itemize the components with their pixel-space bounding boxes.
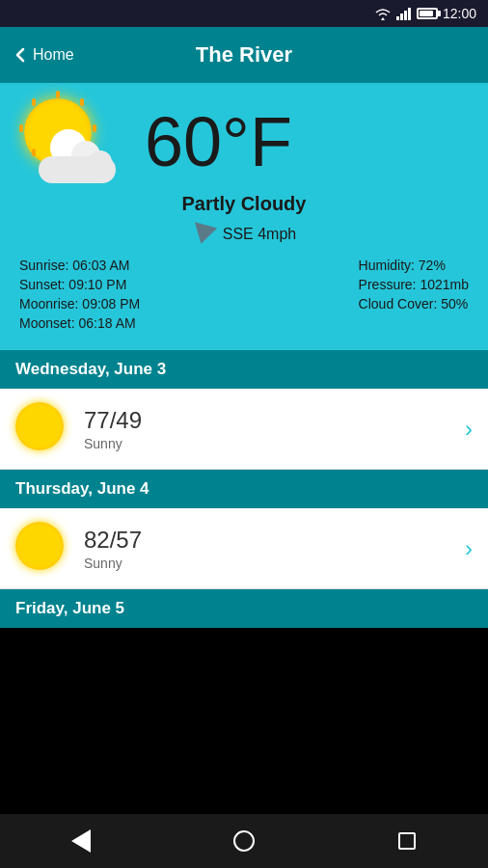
recents-nav-button[interactable]: [378, 822, 436, 860]
status-time: 12:00: [443, 6, 476, 21]
back-button[interactable]: Home: [15, 46, 74, 64]
wifi-icon: [374, 7, 392, 20]
battery-icon: [417, 8, 438, 19]
weather-icon: [19, 98, 135, 185]
wednesday-forecast-info: 77/49 Sunny: [84, 407, 142, 451]
wednesday-condition: Sunny: [84, 436, 142, 451]
svg-rect-3: [408, 8, 411, 20]
svg-rect-2: [404, 11, 407, 20]
thursday-sun-icon: [15, 522, 64, 570]
wednesday-sun-icon: [15, 402, 64, 450]
sunrise: Sunrise: 06:03 AM: [19, 258, 140, 273]
thursday-forecast-icon: [15, 522, 68, 575]
thursday-forecast-row[interactable]: 82/57 Sunny ›: [0, 508, 488, 589]
details-col-left: Sunrise: 06:03 AM Sunset: 09:10 PM Moonr…: [19, 258, 140, 331]
status-bar: 12:00: [0, 0, 488, 27]
page-title: The River: [196, 42, 292, 68]
weather-details: Sunrise: 06:03 AM Sunset: 09:10 PM Moonr…: [19, 258, 469, 331]
back-icon: [15, 47, 25, 63]
wednesday-label: Wednesday, June 3: [15, 360, 166, 378]
humidity: Humidity: 72%: [359, 258, 469, 273]
home-nav-icon: [233, 830, 255, 852]
wednesday-chevron-icon: ›: [465, 416, 473, 443]
svg-rect-0: [396, 16, 399, 20]
wind-arrow-icon: [190, 222, 217, 247]
back-label: Home: [33, 46, 74, 64]
top-nav: Home The River: [0, 27, 488, 83]
weather-top: 60°F: [19, 98, 469, 185]
details-col-right: Humidity: 72% Pressure: 1021mb Cloud Cov…: [359, 258, 469, 331]
wind-text: SSE 4mph: [223, 226, 296, 243]
status-icons: 12:00: [374, 6, 476, 21]
wednesday-forecast-icon: [15, 402, 68, 455]
thursday-chevron-icon: ›: [465, 535, 473, 562]
pressure: Pressure: 1021mb: [359, 277, 469, 292]
weather-section: 60°F Partly Cloudy SSE 4mph Sunrise: 06:…: [0, 83, 488, 350]
wednesday-forecast-row[interactable]: 77/49 Sunny ›: [0, 389, 488, 470]
home-nav-button[interactable]: [215, 822, 273, 860]
moonset: Moonset: 06:18 AM: [19, 315, 140, 331]
thursday-temp: 82/57: [84, 527, 142, 554]
friday-header: Friday, June 5: [0, 589, 488, 628]
thursday-header: Thursday, June 4: [0, 470, 488, 508]
svg-rect-1: [400, 14, 403, 20]
friday-label: Friday, June 5: [15, 599, 124, 617]
moonrise: Moonrise: 09:08 PM: [19, 296, 140, 312]
bottom-nav: [0, 814, 488, 868]
temperature-display: 60°F: [145, 107, 292, 176]
back-nav-icon: [71, 829, 91, 853]
recents-nav-icon: [398, 832, 416, 850]
cloud-icon: [39, 140, 125, 183]
thursday-forecast-info: 82/57 Sunny: [84, 527, 142, 571]
thursday-label: Thursday, June 4: [15, 479, 149, 498]
signal-icon: [396, 7, 412, 20]
condition-text: Partly Cloudy: [19, 193, 469, 215]
back-nav-button[interactable]: [52, 822, 110, 860]
wind-row: SSE 4mph: [19, 225, 469, 244]
sunset: Sunset: 09:10 PM: [19, 277, 140, 292]
cloud-cover: Cloud Cover: 50%: [359, 296, 469, 312]
wednesday-temp: 77/49: [84, 407, 142, 434]
thursday-condition: Sunny: [84, 556, 142, 571]
wednesday-header: Wednesday, June 3: [0, 350, 488, 389]
